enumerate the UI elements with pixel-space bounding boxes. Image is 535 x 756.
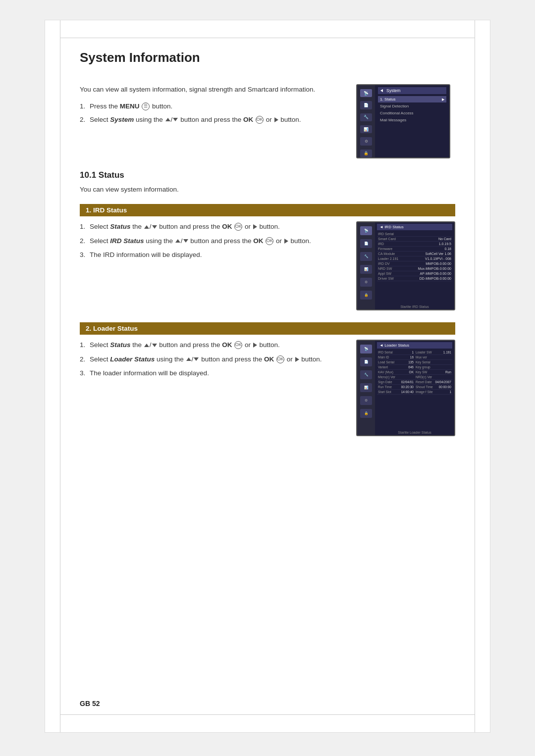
section-101-heading: 10.1 Status: [80, 170, 455, 180]
status-bold-loader-1: Status: [110, 341, 130, 349]
sidebar-icon-1: 📡: [360, 89, 372, 97]
ird-row-0: IRD Serial: [377, 232, 452, 237]
ird-row-1: Smart CardNo Card: [377, 237, 452, 242]
menu-circle-icon: ☰: [142, 102, 150, 110]
ird-sidebar-6: 🔒: [360, 291, 372, 300]
ird-row-3: Firmware0.18: [377, 247, 452, 252]
loader-row-2a: Load Serial135: [377, 360, 415, 365]
loader-status-label: 2. Loader Status: [86, 325, 138, 332]
ird-screen-sidebar: 📡 📄 🔧 📊 ⚙ 🔒: [357, 222, 375, 309]
loader-row-3b: Key group: [415, 365, 452, 370]
sidebar-icon-3: 🔧: [360, 113, 372, 121]
arrow-right-icon: ▶: [442, 98, 444, 101]
sidebar-icon-4: 📊: [360, 125, 372, 133]
ird-step-2: Select IRD Status using the / button and…: [80, 236, 346, 247]
loader-status-heading: 2. Loader Status: [80, 322, 455, 335]
up-tri-loader-2: [186, 357, 191, 361]
ird-section: Select Status the / button and press the…: [80, 221, 455, 310]
chapter-title: System Information: [80, 50, 455, 70]
ok-bold-1: OK: [222, 223, 232, 230]
sidebar-icon-5: ⚙: [360, 137, 372, 145]
ird-step-3: The IRD information will be displayed.: [80, 250, 346, 261]
main-step-1: Press the MENU ☰ button.: [80, 101, 346, 112]
ird-status-label: 1. IRD Status: [86, 206, 127, 214]
loader-row-7b: Shoud Time00:00:00: [415, 385, 452, 390]
down-tri-icon-2: [183, 239, 188, 243]
system-menu-screen: 📡 📄 🔧 📊 ⚙ 🔒 System: [356, 84, 450, 158]
intro-section: You can view all system information, sig…: [80, 84, 455, 158]
ird-screen-content: ◄ IRD Status IRD Serial Smart CardNo Car…: [375, 222, 454, 309]
main-steps-list: Press the MENU ☰ button. Select System u…: [80, 101, 346, 126]
ok-icon-2: OK: [266, 237, 273, 245]
loader-sidebar-1: 📡: [360, 345, 372, 353]
down-tri-icon-1: [152, 225, 157, 229]
loader-step-2: Select Loader Status using the / button …: [80, 354, 346, 365]
loader-screen-title: ◄ Loader Status: [377, 342, 452, 349]
loader-screen-sidebar: 📡 📄 🔧 📊 ⚙ 🔒: [357, 341, 375, 435]
ird-row-8: Appl SWAP-MMFOB-0:00:00: [377, 271, 452, 276]
right-icon-loader-2: [295, 357, 299, 362]
ird-step-1: Select Status the / button and press the…: [80, 221, 346, 233]
ok-icon-loader-2: OK: [276, 355, 284, 363]
ird-status-bold: IRD Status: [110, 237, 144, 245]
loader-sidebar-2: 📄: [360, 357, 372, 366]
content-main: System Information You can view all syst…: [80, 50, 455, 436]
right-icon-loader-1: [253, 343, 257, 348]
ird-status-screen: 📡 📄 🔧 📊 ⚙ 🔒 ◄ IRD Status IRD Serial Smar…: [356, 221, 455, 310]
ird-sidebar-4: 📊: [360, 265, 372, 274]
screen-sidebar: 📡 📄 🔧 📊 ⚙ 🔒: [357, 85, 375, 157]
page-container: System Information You can view all syst…: [0, 0, 535, 756]
loader-screen-content: ◄ Loader Status IRD Serial1 Loader SW1.1…: [375, 341, 454, 435]
loader-row-7a: Run Time00:20:30: [377, 385, 415, 390]
ird-sidebar-3: 🔧: [360, 252, 372, 261]
up-arrow-icon: [165, 118, 170, 121]
intro-text-block: You can view all system information, sig…: [80, 84, 346, 132]
page-footer: GB 52: [80, 700, 100, 707]
loader-row-8a: Start Slot14:00:40: [377, 390, 415, 395]
loader-row-5a: Micro(c) Ver: [377, 375, 415, 380]
loader-row-4a: KAV (Mux)OK: [377, 370, 415, 375]
ird-row-9: Driver SWDD-MMFOB-0:00:00: [377, 276, 452, 281]
loader-grid: IRD Serial1 Loader SW1.191 Main ID16 Mux…: [377, 350, 452, 395]
ird-screen-title: ◄ IRD Status: [377, 224, 452, 230]
loader-row-6a: Sign Date02/04/01: [377, 380, 415, 385]
right-icon-2: [284, 239, 288, 244]
down-tri-loader-1: [152, 344, 157, 347]
ok-bold-loader-2: OK: [264, 355, 274, 363]
loader-row-2b: Key Serial: [415, 360, 452, 365]
ird-row-2: IRD1.0.19.5: [377, 242, 452, 247]
main-step-2: Select System using the / button and pre…: [80, 114, 346, 126]
loader-steps-list: Select Status the / button and press the…: [80, 340, 346, 380]
loader-row-6b: Reset Date04/04/2007: [415, 380, 452, 385]
menu-item-mail: Mail Messages: [378, 117, 446, 123]
loader-row-5b: NRD(c) Ver: [415, 375, 452, 380]
ok-bold-2: OK: [253, 237, 263, 245]
loader-step-1: Select Status the / button and press the…: [80, 340, 346, 351]
section-101-intro: You can view system information.: [80, 184, 455, 195]
ird-text-block: Select Status the / button and press the…: [80, 221, 346, 268]
loader-row-1a: Main ID16: [377, 355, 415, 360]
loader-text-block: Select Status the / button and press the…: [80, 340, 346, 387]
loader-row-3a: Variant646: [377, 365, 415, 370]
ird-row-6: IRD DVMMFOB-0:00:00: [377, 261, 452, 266]
system-menu-content: System 1. Status ▶ Signal Detection Cond…: [375, 85, 449, 157]
inner-page: System Information You can view all syst…: [45, 20, 490, 733]
ird-row-5: Loader 2.191V1.0.19PVl - 008: [377, 256, 452, 261]
loader-row-4b: Key SWRun: [415, 370, 452, 375]
sidebar-icon-6: 🔒: [360, 150, 372, 157]
system-title-bar: System: [378, 87, 446, 94]
ok-bold-loader-1: OK: [222, 341, 232, 349]
loader-sidebar-4: 📊: [360, 383, 372, 392]
ok-label: OK: [243, 116, 253, 123]
system-menu-screen-container: 📡 📄 🔧 📊 ⚙ 🔒 System: [356, 84, 455, 158]
menu-item-ca: Conditional Access: [378, 110, 446, 116]
loader-step-3: The loader information will be displayed…: [80, 368, 346, 379]
sidebar-icon-2: 📄: [360, 101, 372, 109]
page-border-top: [60, 38, 475, 38]
loader-screen-container: 📡 📄 🔧 📊 ⚙ 🔒 ◄ Loader Status IRD Serial1: [356, 340, 455, 436]
ird-sidebar-1: 📡: [360, 226, 372, 235]
loader-bottom-label: Starlite Loader Status: [375, 431, 454, 434]
right-icon-1: [253, 224, 257, 229]
ird-steps-list: Select Status the / button and press the…: [80, 221, 346, 261]
ok-icon-1: OK: [234, 223, 242, 231]
